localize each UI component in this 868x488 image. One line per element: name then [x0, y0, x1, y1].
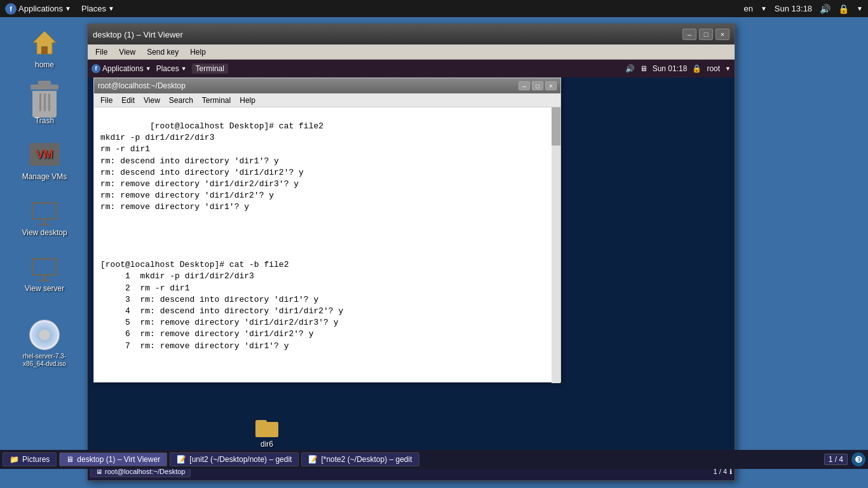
dvd-disc-shape [29, 320, 60, 350]
trash-body [32, 91, 57, 118]
vm-display-area[interactable]: f Applications ▼ Places ▼ Terminal 🔊 🖥 [88, 60, 735, 480]
desktop: home Trash VM Manage VMs [0, 17, 868, 469]
virt-viewer-maximize-button[interactable]: □ [699, 29, 713, 40]
virt-viewer-titlebar: desktop (1) – Virt Viewer – □ × [88, 24, 735, 44]
vmware-logo-icon: VM [29, 143, 60, 166]
desktop-icon-rhel-dvd[interactable]: rhel-server-7.3-x86_64-dvd.iso [13, 316, 76, 372]
terminal-view-menu[interactable]: View [140, 95, 164, 105]
inner-topbar-right: 🔊 🖥 Sun 01:18 🔒 root ▼ [625, 64, 731, 73]
applications-label: Applications [18, 4, 63, 13]
inner-applications-menu[interactable]: f Applications ▼ [92, 64, 151, 73]
inner-applications-label: Applications [102, 64, 144, 73]
manage-vms-label: Manage VMs [22, 172, 67, 181]
terminal-output: [root@localhost Desktop]# cat file2 mkdi… [100, 121, 343, 351]
trash-line-3 [48, 93, 50, 111]
inner-terminal-tab[interactable]: Terminal [192, 64, 228, 74]
trash-icon-shape [29, 85, 60, 118]
desktop-icon-view-server[interactable]: View server [13, 247, 76, 297]
taskbar-gedit-note2-label: [*note2 (~/Desktop) – gedit [321, 455, 412, 464]
lock-icon[interactable]: 🔒 [838, 4, 849, 14]
server-monitor-shape [32, 258, 57, 276]
vm-desktop-folder-icon[interactable]: dir6 [255, 418, 278, 449]
scrollbar-thumb[interactable] [552, 107, 560, 146]
home-icon-label: home [35, 60, 54, 69]
virt-viewer-file-menu[interactable]: File [90, 46, 112, 58]
inner-time: Sun 01:18 [653, 64, 688, 73]
view-desktop-icon [29, 195, 60, 226]
inner-speaker-icon[interactable]: 🔊 [625, 64, 635, 73]
desktop-icon-trash[interactable]: Trash [13, 79, 76, 129]
terminal-window: root@localhost:~/Desktop – □ × File Edit… [93, 78, 561, 383]
places-menu[interactable]: Places ▼ [81, 4, 114, 13]
virt-viewer-minimize-button[interactable]: – [682, 29, 696, 40]
terminal-close-button[interactable]: × [545, 81, 557, 90]
terminal-window-controls: – □ × [519, 81, 557, 90]
terminal-titlebar: root@localhost:~/Desktop – □ × [94, 78, 560, 93]
bottom-pager: 1 / 4 ❸ [824, 452, 865, 466]
speaker-icon[interactable]: 🔊 [820, 4, 831, 14]
inner-terminal-label: Terminal [196, 64, 224, 73]
trash-icon-label: Trash [35, 116, 54, 125]
server-base-shape [39, 280, 50, 281]
desktop-icon-area: home Trash VM Manage VMs [0, 17, 89, 469]
virt-viewer-help-menu[interactable]: Help [185, 46, 211, 58]
terminal-file-menu[interactable]: File [97, 95, 116, 105]
bottom-taskbar: 📁 Pictures 🖥 desktop (1) – Virt Viewer 📝… [0, 450, 868, 469]
inner-places-menu[interactable]: Places ▼ [156, 64, 187, 73]
terminal-terminal-menu[interactable]: Terminal [198, 95, 234, 105]
inner-menu-left: f Applications ▼ Places ▼ Terminal [92, 64, 228, 74]
trash-line-2 [44, 93, 46, 111]
inner-user-label: root [707, 64, 720, 73]
system-top-bar: f Applications ▼ Places ▼ en ▼ Sun 13:18… [0, 0, 868, 17]
taskbar-virtviewer-item[interactable]: 🖥 desktop (1) – Virt Viewer [59, 452, 167, 466]
inner-fedora-logo-icon: f [92, 64, 100, 73]
terminal-edit-menu[interactable]: Edit [118, 95, 139, 105]
desktop-icon-view-desktop[interactable]: View desktop [13, 191, 76, 241]
scrollbar-track [552, 107, 560, 383]
view-server-icon [29, 251, 60, 281]
terminal-restore-button[interactable]: □ [532, 81, 543, 90]
terminal-title: root@localhost:~/Desktop [98, 81, 186, 90]
places-arrow-icon: ▼ [108, 5, 114, 12]
monitor-base-shape [39, 224, 50, 226]
virt-viewer-menubar: File View Send key Help [88, 44, 735, 60]
taskbar-gedit1-icon: 📝 [177, 455, 186, 464]
taskbar-pictures-item[interactable]: 📁 Pictures [3, 452, 57, 466]
fedora-logo-icon: f [5, 3, 17, 15]
virt-viewer-close-button[interactable]: × [715, 29, 729, 40]
trash-line-1 [39, 93, 41, 111]
top-bar-right: en ▼ Sun 13:18 🔊 🔒 ▼ [743, 4, 863, 14]
taskbar-gedit-note2-item[interactable]: 📝 [*note2 (~/Desktop) – gedit [301, 452, 419, 466]
terminal-menubar: File Edit View Search Terminal Help [94, 93, 560, 107]
top-bar-left: f Applications ▼ Places ▼ [5, 3, 114, 15]
inner-user-arrow-icon: ▼ [725, 65, 731, 72]
terminal-search-menu[interactable]: Search [165, 95, 197, 105]
terminal-content: [root@localhost Desktop]# cat file2 mkdi… [94, 107, 560, 382]
inner-screen-icon: 🖥 [640, 64, 648, 73]
terminal-scrollbar[interactable] [552, 107, 560, 383]
desktop-icon-manage-vms[interactable]: VM Manage VMs [13, 135, 76, 185]
taskbar-gedit-unit2-item[interactable]: 📝 [unit2 (~/Desktop/note) – gedit [170, 452, 299, 466]
inner-lock-icon[interactable]: 🔒 [692, 64, 702, 73]
vmware-icon: VM [29, 139, 60, 170]
virt-viewer-sendkey-menu[interactable]: Send key [142, 46, 184, 58]
applications-menu[interactable]: f Applications ▼ [5, 3, 71, 15]
rhel-dvd-label: rhel-server-7.3-x86_64-dvd.iso [17, 353, 72, 368]
virt-viewer-title: desktop (1) – Virt Viewer [93, 30, 183, 39]
trash-icon [29, 83, 60, 114]
view-server-label: View server [25, 284, 64, 293]
lang-arrow-icon: ▼ [761, 5, 767, 12]
bottom-pager-icon[interactable]: ❸ [851, 452, 865, 466]
terminal-minimize-button[interactable]: – [519, 81, 530, 90]
virt-viewer-view-menu[interactable]: View [114, 46, 140, 58]
system-arrow-icon[interactable]: ▼ [857, 5, 863, 12]
places-label: Places [81, 4, 106, 13]
inner-applications-arrow-icon: ▼ [146, 65, 151, 72]
svg-rect-1 [41, 46, 48, 54]
terminal-help-menu[interactable]: Help [236, 95, 259, 105]
language-indicator[interactable]: en [743, 4, 752, 13]
desktop-icon-home[interactable]: home [13, 24, 76, 73]
bottom-pager-text[interactable]: 1 / 4 [824, 454, 848, 465]
taskbar-virtviewer-label: desktop (1) – Virt Viewer [77, 455, 160, 464]
inner-gnome-topbar: f Applications ▼ Places ▼ Terminal 🔊 🖥 [88, 60, 735, 78]
